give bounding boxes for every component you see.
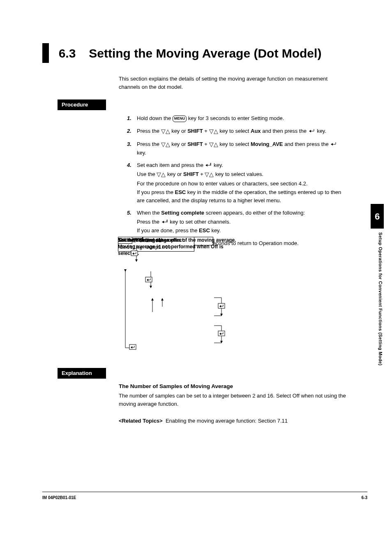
procedure-step-number: 5. xyxy=(127,209,137,236)
intro-text: This section explains the details of set… xyxy=(119,75,347,91)
procedure-step: 3.Press the ▽△ key or SHIFT + ▽△ key to … xyxy=(127,140,348,158)
procedure-step: 2.Press the ▽△ key or SHIFT + ▽△ key to … xyxy=(127,127,348,136)
enter-key-icon xyxy=(205,162,212,167)
footer-doc-id: IM 04P02B01-01E xyxy=(42,495,76,500)
procedure-step-body: Press the ▽△ key or SHIFT + ▽△ key to se… xyxy=(137,127,348,136)
explanation-heading: The Number of Samples of Moving Average xyxy=(119,382,347,391)
procedure-step-line: Press the ▽△ key or SHIFT + ▽△ key to se… xyxy=(137,140,348,157)
footer-page-number: 6-3 xyxy=(362,495,367,501)
procedure-step-body: Set each item and press the key.Use the … xyxy=(137,161,348,205)
explanation-block: The Number of Samples of Moving Average … xyxy=(119,382,347,425)
section-heading: 6.3 Setting the Moving Average (Dot Mode… xyxy=(42,43,359,63)
explanation-body: The number of samples can be set to a in… xyxy=(119,392,347,408)
procedure-step-number: 4. xyxy=(127,161,137,205)
procedure-step: 4.Set each item and press the key.Use th… xyxy=(127,161,348,205)
procedure-step-line: When the Setting complete screen appears… xyxy=(137,209,348,217)
procedure-step-number: 1. xyxy=(127,114,137,123)
procedure-list: 1.Hold down the MENU key for 3 seconds t… xyxy=(127,114,348,252)
page-footer: IM 04P02B01-01E 6-3 xyxy=(42,492,367,501)
procedure-step: 5.When the Setting complete screen appea… xyxy=(127,209,348,236)
up-down-key-icon: ▽△ xyxy=(157,171,166,178)
menu-key-icon: MENU xyxy=(173,116,187,122)
procedure-step: 1.Hold down the MENU key for 3 seconds t… xyxy=(127,114,348,123)
up-down-key-icon: ▽△ xyxy=(161,141,170,148)
enter-key-icon xyxy=(161,219,168,224)
procedure-step-line: Set each item and press the key. xyxy=(137,161,348,169)
up-down-key-icon: ▽△ xyxy=(209,128,218,134)
procedure-step-line: Press the key to set other channels. xyxy=(137,218,348,226)
procedure-step-body: Hold down the MENU key for 3 seconds to … xyxy=(137,114,348,123)
procedure-step-line: If you are done, press the ESC key. xyxy=(137,227,348,235)
heading-accent-bar xyxy=(42,43,49,63)
procedure-step-line: Hold down the MENU key for 3 seconds to … xyxy=(137,114,348,123)
procedure-step-line: Use the ▽△ key or SHIFT + ▽△ key to sele… xyxy=(137,170,348,179)
procedure-step-body: When the Setting complete screen appears… xyxy=(137,209,348,236)
flow-arrows-svg xyxy=(118,237,348,360)
procedure-step-line: Press the ▽△ key or SHIFT + ▽△ key to se… xyxy=(137,127,348,136)
side-tab: 6 Setup Operations for Convenient Functi… xyxy=(371,0,384,534)
related-topics: <Related Topics> Enabling the moving ave… xyxy=(119,417,347,425)
explanation-label: Explanation xyxy=(58,368,106,379)
up-down-key-icon: ▽△ xyxy=(209,141,218,148)
procedure-step-line: If you press the ESC key in the middle o… xyxy=(137,188,348,204)
chapter-tab-caption: Setup Operations for Convenient Function… xyxy=(377,232,384,365)
procedure-step-line: For the procedure on how to enter values… xyxy=(137,180,348,188)
up-down-key-icon: ▽△ xyxy=(161,128,170,134)
section-number: 6.3 xyxy=(59,44,88,62)
procedure-step-body: Press the ▽△ key or SHIFT + ▽△ key to se… xyxy=(137,140,348,158)
procedure-step-number: 3. xyxy=(127,140,137,158)
up-down-key-icon: ▽△ xyxy=(205,171,214,178)
procedure-label: Procedure xyxy=(58,99,106,110)
chapter-tab-number: 6 xyxy=(371,204,384,229)
enter-key-icon xyxy=(330,141,337,146)
section-title: Setting the Moving Average (Dot Model) xyxy=(89,46,321,60)
related-text: Enabling the moving average function: Se… xyxy=(166,418,288,424)
procedure-step-number: 2. xyxy=(127,127,137,136)
flow-diagram: Set=Aux Aux=Moving_AVE CH=01-01 Number o… xyxy=(118,237,348,360)
enter-key-icon xyxy=(308,128,316,133)
related-label: <Related Topics> xyxy=(119,418,163,424)
